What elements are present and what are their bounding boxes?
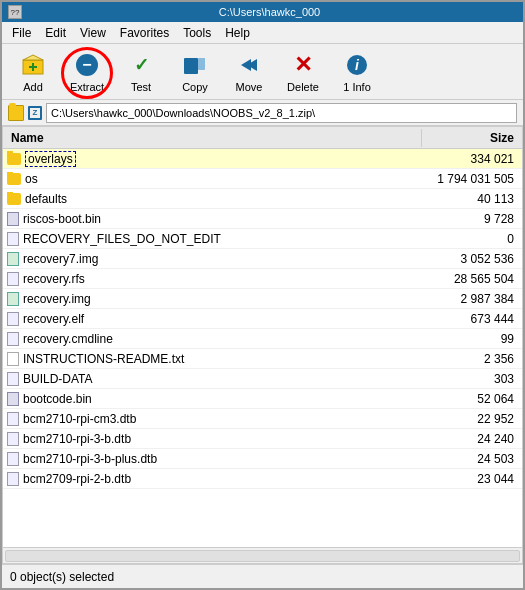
table-row[interactable]: recovery.img 2 987 384 [3, 289, 522, 309]
doc-icon [7, 232, 19, 246]
image-icon [7, 292, 19, 306]
file-name-label: bootcode.bin [23, 392, 92, 406]
test-icon: ✓ [127, 51, 155, 79]
file-name-label: bcm2710-rpi-3-b-plus.dtb [23, 452, 157, 466]
file-name-label: INSTRUCTIONS-README.txt [23, 352, 184, 366]
status-text: 0 object(s) selected [10, 570, 114, 584]
svg-marker-1 [23, 55, 43, 60]
address-bar: Z [2, 100, 523, 126]
table-row[interactable]: RECOVERY_FILES_DO_NOT_EDIT 0 [3, 229, 522, 249]
table-row[interactable]: recovery7.img 3 052 536 [3, 249, 522, 269]
file-size-cell: 673 444 [422, 312, 522, 326]
file-name-label: recovery.elf [23, 312, 84, 326]
toolbar: Add − Extract ✓ Test [2, 44, 523, 100]
file-size-cell: 40 113 [422, 192, 522, 206]
file-name-label: overlays [25, 151, 76, 167]
move-button[interactable]: Move [224, 48, 274, 96]
table-row[interactable]: bcm2710-rpi-3-b.dtb 24 240 [3, 429, 522, 449]
title-bar: ?? C:\Users\hawkc_000 [2, 2, 523, 22]
table-row[interactable]: bcm2710-rpi-3-b-plus.dtb 24 503 [3, 449, 522, 469]
test-button[interactable]: ✓ Test [116, 48, 166, 96]
menu-view[interactable]: View [74, 24, 112, 42]
menu-file[interactable]: File [6, 24, 37, 42]
table-row[interactable]: defaults 40 113 [3, 189, 522, 209]
folder-icon [7, 173, 21, 185]
file-size-cell: 28 565 504 [422, 272, 522, 286]
move-label: Move [236, 81, 263, 93]
file-name-cell: recovery7.img [3, 252, 422, 266]
copy-label: Copy [182, 81, 208, 93]
binary-icon [7, 212, 19, 226]
doc-icon [7, 432, 19, 446]
table-row[interactable]: recovery.elf 673 444 [3, 309, 522, 329]
file-name-label: recovery7.img [23, 252, 98, 266]
menu-help[interactable]: Help [219, 24, 256, 42]
column-size[interactable]: Size [422, 129, 522, 147]
main-window: ?? C:\Users\hawkc_000 File Edit View Fav… [0, 0, 525, 590]
file-name-cell: riscos-boot.bin [3, 212, 422, 226]
file-name-label: bcm2710-rpi-3-b.dtb [23, 432, 131, 446]
table-row[interactable]: recovery.rfs 28 565 504 [3, 269, 522, 289]
file-name-cell: recovery.rfs [3, 272, 422, 286]
copy-button[interactable]: Copy [170, 48, 220, 96]
menu-edit[interactable]: Edit [39, 24, 72, 42]
file-name-label: bcm2710-rpi-cm3.dtb [23, 412, 136, 426]
file-name-cell: bcm2710-rpi-3-b.dtb [3, 432, 422, 446]
folder-icon [7, 153, 21, 165]
file-name-cell: recovery.elf [3, 312, 422, 326]
status-bar: 0 object(s) selected [2, 564, 523, 588]
menu-favorites[interactable]: Favorites [114, 24, 175, 42]
column-name[interactable]: Name [3, 129, 422, 147]
delete-label: Delete [287, 81, 319, 93]
extract-icon: − [73, 51, 101, 79]
file-name-label: recovery.img [23, 292, 91, 306]
scrollbar-track [5, 550, 520, 562]
title-bar-left: ?? [8, 5, 22, 19]
file-size-cell: 334 021 [422, 152, 522, 166]
table-row[interactable]: recovery.cmdline 99 [3, 329, 522, 349]
svg-rect-6 [198, 58, 205, 70]
address-input[interactable] [46, 103, 517, 123]
folder-icon [7, 193, 21, 205]
binary-icon [7, 392, 19, 406]
file-name-cell: bcm2710-rpi-cm3.dtb [3, 412, 422, 426]
table-row[interactable]: riscos-boot.bin 9 728 [3, 209, 522, 229]
info-icon: i [343, 51, 371, 79]
file-name-cell: bcm2709-rpi-2-b.dtb [3, 472, 422, 486]
horizontal-scrollbar[interactable] [3, 547, 522, 563]
file-size-cell: 9 728 [422, 212, 522, 226]
extract-label: Extract [70, 81, 104, 93]
file-name-cell: os [3, 172, 422, 186]
file-size-cell: 52 064 [422, 392, 522, 406]
info-button[interactable]: i 1 Info [332, 48, 382, 96]
table-row[interactable]: bcm2710-rpi-cm3.dtb 22 952 [3, 409, 522, 429]
info-label: 1 Info [343, 81, 371, 93]
table-row[interactable]: bootcode.bin 52 064 [3, 389, 522, 409]
file-size-cell: 24 240 [422, 432, 522, 446]
delete-icon: ✕ [289, 51, 317, 79]
file-list-container: Name Size overlays 334 021 os 1 794 031 … [2, 126, 523, 564]
add-label: Add [23, 81, 43, 93]
image-icon [7, 252, 19, 266]
doc-icon [7, 272, 19, 286]
file-size-cell: 24 503 [422, 452, 522, 466]
file-name-label: bcm2709-rpi-2-b.dtb [23, 472, 131, 486]
file-name-label: riscos-boot.bin [23, 212, 101, 226]
table-row[interactable]: INSTRUCTIONS-README.txt 2 356 [3, 349, 522, 369]
file-name-cell: defaults [3, 192, 422, 206]
file-size-cell: 303 [422, 372, 522, 386]
add-button[interactable]: Add [8, 48, 58, 96]
file-list[interactable]: overlays 334 021 os 1 794 031 505 defaul… [3, 149, 522, 547]
menu-bar: File Edit View Favorites Tools Help [2, 22, 523, 44]
file-size-cell: 2 356 [422, 352, 522, 366]
file-name-label: recovery.rfs [23, 272, 85, 286]
table-row[interactable]: BUILD-DATA 303 [3, 369, 522, 389]
file-size-cell: 2 987 384 [422, 292, 522, 306]
file-name-cell: recovery.img [3, 292, 422, 306]
extract-button[interactable]: − Extract [62, 48, 112, 96]
table-row[interactable]: overlays 334 021 [3, 149, 522, 169]
table-row[interactable]: bcm2709-rpi-2-b.dtb 23 044 [3, 469, 522, 489]
table-row[interactable]: os 1 794 031 505 [3, 169, 522, 189]
delete-button[interactable]: ✕ Delete [278, 48, 328, 96]
menu-tools[interactable]: Tools [177, 24, 217, 42]
